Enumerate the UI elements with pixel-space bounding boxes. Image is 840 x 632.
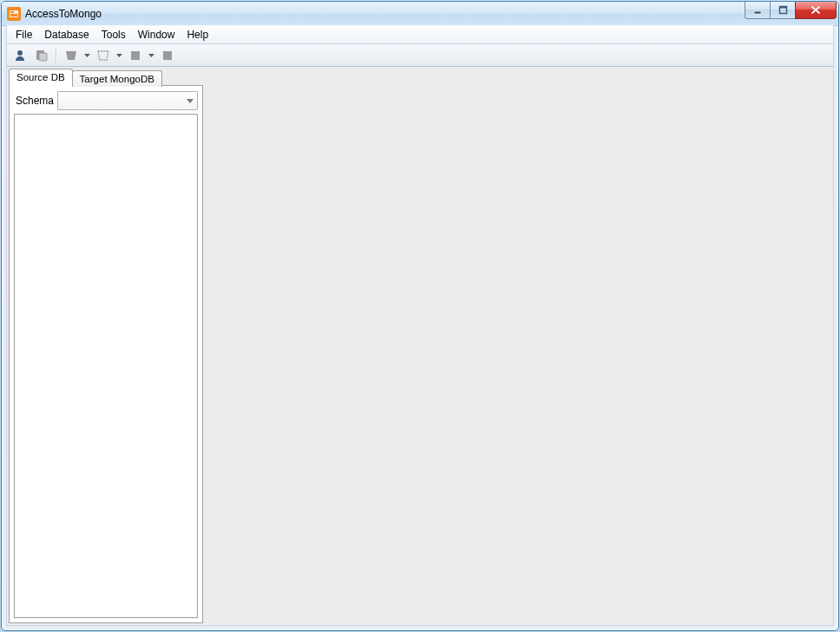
toolbar-task-dropdown[interactable] (147, 46, 156, 65)
chevron-down-icon (182, 92, 197, 109)
menu-database[interactable]: Database (38, 26, 95, 43)
menu-bar: File Database Tools Window Help (6, 25, 834, 44)
schema-label: Schema (14, 95, 54, 107)
toolbar-separator (56, 47, 57, 64)
menu-file[interactable]: File (10, 26, 38, 43)
minimize-button[interactable] (745, 1, 771, 19)
sidebar-tabs: Source DB Target MongoDB (9, 69, 203, 86)
stop-icon (161, 49, 174, 63)
title-bar[interactable]: AccessToMongo (2, 2, 838, 26)
window-title: AccessToMongo (25, 8, 102, 20)
menu-window[interactable]: Window (132, 26, 181, 43)
svg-marker-11 (98, 51, 108, 60)
svg-rect-1 (10, 11, 14, 13)
toolbar (6, 44, 834, 67)
svg-marker-9 (66, 51, 76, 60)
left-panel: Source DB Target MongoDB Schema (7, 67, 205, 625)
main-content-area (208, 67, 833, 625)
svg-rect-2 (10, 14, 17, 16)
svg-rect-13 (131, 51, 140, 60)
toolbar-export-dropdown[interactable] (115, 46, 124, 65)
menu-help[interactable]: Help (180, 26, 214, 43)
client-area: Source DB Target MongoDB Schema (6, 66, 834, 626)
export-icon (96, 49, 110, 63)
schema-value (58, 94, 62, 106)
toolbar-sessions-button[interactable] (31, 45, 52, 66)
svg-rect-3 (754, 11, 761, 14)
svg-rect-8 (39, 53, 47, 61)
svg-marker-16 (187, 99, 194, 103)
svg-marker-14 (148, 54, 154, 57)
toolbar-import-dropdown[interactable] (82, 46, 92, 65)
toolbar-export-button[interactable] (93, 45, 114, 66)
main-window: AccessToMongo File Database Tools Window (1, 1, 839, 631)
import-icon (64, 49, 78, 63)
svg-rect-15 (163, 51, 172, 60)
svg-point-6 (17, 50, 23, 56)
user-icon (13, 49, 27, 63)
toolbar-logon-button[interactable] (10, 45, 30, 66)
maximize-button[interactable] (770, 1, 796, 19)
app-icon (7, 7, 21, 21)
svg-marker-12 (116, 54, 122, 57)
close-button[interactable] (795, 1, 837, 19)
menu-tools[interactable]: Tools (95, 26, 132, 43)
table-list[interactable] (14, 114, 198, 618)
svg-rect-5 (779, 6, 786, 8)
schema-combobox[interactable] (57, 91, 198, 110)
toolbar-task-button[interactable] (125, 45, 146, 66)
svg-marker-10 (84, 54, 90, 57)
toolbar-stop-button[interactable] (157, 45, 178, 66)
tab-source-db[interactable]: Source DB (9, 69, 73, 87)
sessions-icon (35, 49, 49, 63)
toolbar-import-button[interactable] (61, 45, 82, 66)
tab-target-mongodb[interactable]: Target MongoDB (72, 70, 162, 87)
sidebar-tab-page: Schema (9, 85, 203, 623)
task-icon (128, 49, 142, 63)
